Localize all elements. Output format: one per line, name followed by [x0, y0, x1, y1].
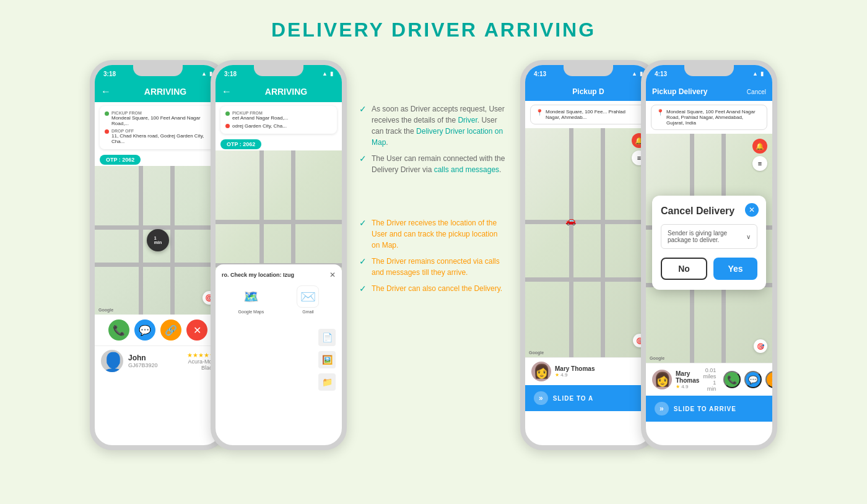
document-icon-btn[interactable]: 📄 — [318, 329, 336, 346]
phone2-status-icons: ▲ ▮ — [322, 71, 333, 77]
spacer — [359, 193, 508, 205]
cancel-delivery-modal: ✕ Cancel Delivery Sender is giving large… — [652, 196, 766, 290]
menu-icon4[interactable]: ≡ — [752, 156, 767, 171]
notification-icon4[interactable]: 🔔 — [752, 139, 767, 154]
modal-buttons: No Yes — [661, 258, 757, 280]
annotation-section2: ✓ The Driver receives the location of th… — [359, 217, 508, 299]
modal-no-button[interactable]: No — [661, 258, 707, 280]
share-title: ro. Check my location: Izug — [222, 272, 294, 278]
gmail-icon: ✉️ — [297, 285, 319, 308]
pickup-info: PICKUP FROM Mondeal Square, 100 Feet Ana… — [111, 111, 211, 126]
share-apps: 🗺️ Google Maps ✉️ Gmail — [222, 282, 336, 318]
wifi-icon4: ▲ — [752, 71, 758, 77]
annotation-item5: ✓ The Driver can also cancel the Deliver… — [359, 283, 508, 294]
slide-text4: SLIDE TO ARRIVE — [674, 406, 736, 412]
phone3-driver-name: Mary Thomas — [555, 365, 595, 372]
location-pin-icon4: 📍 — [656, 109, 664, 116]
dropoff-label: DROP OFF — [111, 129, 211, 133]
left-phones-group: 3:18 ▲ ▮ ← ARRIVING PICKUP FROM Mondeal … — [90, 60, 347, 450]
phone3-map-bg: 🚗 Google 🎯 🔔 ≡ — [525, 128, 651, 357]
phone2-icon-buttons: 📄 🖼️ 📁 — [216, 324, 342, 396]
phone4-slide-bar[interactable]: » SLIDE TO ARRIVE — [646, 396, 772, 422]
otp-badge: OTP : 2062 — [100, 155, 141, 165]
gmail-label: Gmail — [302, 310, 313, 314]
modal-yes-button[interactable]: Yes — [713, 258, 757, 280]
phone2-pickup-info: PICKUP FROM eet Anand Nagar Road,... — [232, 111, 288, 121]
check-icon1: ✓ — [359, 104, 367, 148]
phone3-slide-bar[interactable]: » SLIDE TO A — [525, 385, 651, 411]
phone3-driver-rating: ★ 4.9 — [555, 372, 595, 378]
share-button[interactable]: 🔗 — [160, 319, 181, 341]
phone4-driver-info: Mary Thomas ★ 4.9 — [676, 370, 699, 389]
phone2-time: 3:18 — [224, 71, 237, 77]
back-arrow-icon[interactable]: ← — [101, 86, 111, 97]
share-google-maps[interactable]: 🗺️ Google Maps — [238, 285, 264, 314]
pickup-label: PICKUP FROM — [111, 111, 211, 115]
battery-icon4: ▮ — [760, 71, 764, 77]
dropoff-info: DROP OFF 11, Chad Khera road, Godrej Gar… — [111, 129, 211, 144]
location-btn4[interactable]: 🎯 — [754, 339, 767, 353]
pickup-row: PICKUP FROM Mondeal Square, 100 Feet Ana… — [105, 111, 211, 126]
phone2-pickup-addr: eet Anand Nagar Road,... — [232, 115, 288, 121]
phone4-status-icons: ▲ ▮ — [752, 71, 764, 77]
phone1-address-box: PICKUP FROM Mondeal Square, 100 Feet Ana… — [100, 106, 216, 149]
phone4-driver-name: Mary Thomas — [676, 370, 699, 384]
map-background: 1min Google 🎯 — [95, 166, 221, 315]
phone4-action-icons: 📞 💬 ➤ — [723, 371, 777, 388]
slide-arrow4[interactable]: » — [655, 402, 669, 415]
phone3-road-h2 — [525, 277, 651, 282]
share-header: ro. Check my location: Izug ✕ — [222, 271, 336, 279]
phone2-pickup-label: PICKUP FROM — [232, 111, 288, 115]
phone4-driver-avatar: 👩 — [652, 370, 672, 389]
call-btn4[interactable]: 📞 — [723, 371, 741, 388]
phone4-time-label: 1 min — [703, 380, 716, 392]
check-icon4: ✓ — [359, 256, 367, 278]
phone4-map: 🚗 Google 🔔 ≡ 🎯 ✕ Cancel Delivery — [646, 134, 772, 363]
phone2-dropoff-dot — [225, 124, 230, 128]
phone4-cancel-link[interactable]: Cancel — [747, 89, 766, 95]
location-pin-icon3: 📍 — [536, 109, 543, 116]
pickup-dot — [105, 111, 109, 116]
folder-icon-btn[interactable]: 📁 — [318, 373, 336, 391]
message-button[interactable]: 💬 — [134, 319, 155, 341]
driver-name: John — [128, 354, 158, 362]
phone2-header: ← ARRIVING — [216, 82, 342, 102]
car-icon3: 🚗 — [565, 215, 576, 225]
slide-arrow3[interactable]: » — [534, 391, 548, 405]
wifi-icon3: ▲ — [632, 71, 637, 77]
share-gmail[interactable]: ✉️ Gmail — [297, 285, 319, 314]
map-google-label: Google — [98, 308, 113, 312]
phone2-dropoff-row: odrej Garden City, Cha... — [225, 123, 332, 129]
driver-avatar: 👤 — [101, 350, 123, 372]
modal-close-button[interactable]: ✕ — [745, 203, 759, 217]
call-button[interactable]: 📞 — [108, 319, 129, 341]
phone2-pickup-dot — [225, 111, 230, 116]
phone1-header: ← ARRIVING — [95, 82, 221, 102]
check-icon2: ✓ — [359, 154, 367, 175]
msg-btn4[interactable]: 💬 — [744, 371, 762, 388]
phone3-road-v2 — [601, 128, 605, 357]
map-road-v2 — [170, 166, 175, 315]
star-icon3: ★ — [555, 372, 559, 378]
cancel-reason-dropdown[interactable]: Sender is giving large package to delive… — [661, 224, 757, 249]
phone4-google-label: Google — [650, 356, 664, 360]
phone2-share-view: 3:18 ▲ ▮ ← ARRIVING PICKUP FROM eet Anan… — [211, 60, 347, 450]
driver-id: GJ67B3920 — [128, 362, 158, 368]
phone3-google-label: Google — [529, 350, 544, 355]
phone4-notch — [684, 65, 734, 76]
share-close-icon[interactable]: ✕ — [329, 271, 336, 279]
phone2-back-icon[interactable]: ← — [222, 86, 232, 97]
phone3-driver-info: Mary Thomas ★ 4.9 — [555, 365, 595, 378]
image-icon-btn[interactable]: 🖼️ — [318, 351, 336, 368]
cancel-button[interactable]: ✕ — [186, 319, 207, 341]
pin-label: 1min — [154, 236, 162, 245]
phone1-time: 3:18 — [103, 71, 116, 77]
nav-btn4[interactable]: ➤ — [765, 371, 777, 388]
phone3-driver-avatar: 👩 — [531, 362, 551, 381]
annotation-text4: The Driver remains connected via calls a… — [372, 256, 508, 278]
dropoff-address: 11, Chad Khera road, Godrej Garden City,… — [111, 133, 211, 144]
phone1-user-arriving: 3:18 ▲ ▮ ← ARRIVING PICKUP FROM Mondeal … — [90, 60, 226, 450]
phone3-road-h1 — [525, 220, 651, 224]
annotation-item3: ✓ The Driver receives the location of th… — [359, 217, 508, 251]
dropoff-dot — [105, 129, 109, 134]
